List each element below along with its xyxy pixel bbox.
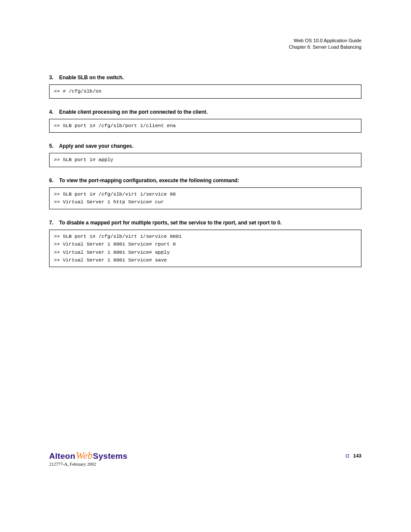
- step-number: 6.: [49, 177, 53, 184]
- step-number: 7.: [49, 220, 53, 226]
- step-title: Enable client processing on the port con…: [59, 109, 208, 115]
- step-head: 3. Enable SLB on the switch.: [61, 74, 361, 82]
- step-6: 6. To view the port-mapping configuratio…: [49, 177, 361, 209]
- footer-right: 143: [346, 453, 361, 458]
- command-box: >> # /cfg/slb/on: [49, 84, 361, 98]
- step-title: Apply and save your changes.: [59, 143, 134, 149]
- logo-alteon: Alteon: [49, 451, 75, 461]
- doc-title: Web OS 10.0 Application Guide: [49, 38, 361, 43]
- step-number: 5.: [49, 143, 53, 149]
- logo-web: Web: [76, 451, 93, 460]
- doc-subtitle: Chapter 6: Server Load Balancing: [49, 44, 361, 50]
- command-box: >> SLB port 1# /cfg/slb/virt 1/service 8…: [49, 230, 361, 268]
- step-number: 3.: [49, 75, 53, 81]
- step-title: To disable a mapped port for multiple rp…: [59, 220, 282, 226]
- page-number: 143: [353, 453, 361, 458]
- step-head: 5. Apply and save your changes.: [61, 142, 361, 150]
- command-box: >> SLB port 1# /cfg/slb/virt 1/service 8…: [49, 187, 361, 209]
- step-number: 4.: [49, 109, 53, 115]
- step-3: 3. Enable SLB on the switch. >> # /cfg/s…: [49, 74, 361, 99]
- step-head: 6. To view the port-mapping configuratio…: [61, 177, 361, 185]
- logo: AlteonWebSystems: [49, 451, 128, 461]
- square-icon: [346, 454, 349, 457]
- step-head: 4. Enable client processing on the port …: [61, 108, 361, 116]
- command-box: >> SLB port 1# /cfg/slb/port 1/client en…: [49, 119, 361, 133]
- page-footer: AlteonWebSystems 143: [49, 451, 361, 461]
- step-7: 7. To disable a mapped port for multiple…: [49, 219, 361, 268]
- step-title: Enable SLB on the switch.: [59, 75, 124, 81]
- doc-header: Web OS 10.0 Application Guide Chapter 6:…: [49, 38, 361, 50]
- step-5: 5. Apply and save your changes. >> SLB p…: [49, 142, 361, 167]
- page-content: Web OS 10.0 Application Guide Chapter 6:…: [49, 38, 361, 267]
- step-title: To view the port-mapping configuration, …: [59, 177, 239, 184]
- logo-systems: Systems: [93, 451, 128, 461]
- footer-docid: 212777-A, February 2002: [49, 462, 96, 467]
- step-4: 4. Enable client processing on the port …: [49, 108, 361, 133]
- command-box: >> SLB port 1# apply: [49, 153, 361, 167]
- step-head: 7. To disable a mapped port for multiple…: [61, 219, 361, 227]
